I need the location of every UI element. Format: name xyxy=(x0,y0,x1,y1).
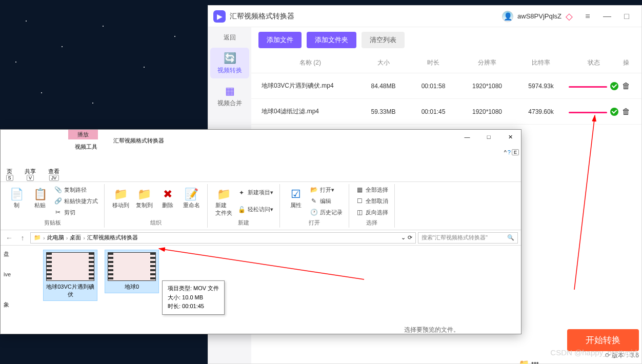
history-button[interactable]: 🕐历史记录 xyxy=(308,207,345,217)
video-thumbnail xyxy=(46,252,94,281)
file-name: 地球0 xyxy=(107,283,156,291)
address-bar[interactable]: 📁 › 此电脑 › 桌面 › 汇帮视频格式转换器 ⌄ ⟳ xyxy=(30,232,416,244)
cell-duration: 00:01:58 xyxy=(408,83,459,90)
table-header: 名称 (2) 大小 时长 分辨率 比特率 状态 操 xyxy=(251,53,641,73)
cut-button[interactable]: ✂剪切 xyxy=(52,207,100,217)
close-button[interactable]: ✕ xyxy=(499,130,521,144)
play-tab[interactable]: 播放 xyxy=(68,130,98,139)
copy-to-button[interactable]: 📁复制到 xyxy=(132,184,156,218)
ribbon-tab-view[interactable]: 查看JV xyxy=(42,166,66,177)
select-none-button[interactable]: ☐全部取消 xyxy=(353,196,390,206)
explorer-title: 汇帮视频格式转换器 xyxy=(113,137,164,145)
chevron-icon[interactable]: ^ xyxy=(504,149,507,155)
cell-resolution: 1920*1080 xyxy=(459,108,515,115)
dropdown-icon[interactable]: ⌄ xyxy=(401,234,406,241)
menu-icon[interactable]: ≡ xyxy=(578,9,597,24)
clear-list-button[interactable]: 清空列表 xyxy=(362,32,405,48)
back-button[interactable]: 返回 xyxy=(210,29,249,46)
tree-item[interactable]: 盘 xyxy=(4,249,35,259)
copy-path-button[interactable]: 📎复制路径 xyxy=(52,185,100,195)
tree-item[interactable]: ive xyxy=(4,270,35,279)
col-duration: 时长 xyxy=(408,58,459,67)
tooltip-line: 项目类型: MOV 文件 xyxy=(168,284,219,293)
cell-resolution: 1920*1080 xyxy=(459,83,515,90)
breadcrumb-item[interactable]: 此电脑 xyxy=(47,234,64,241)
avatar[interactable]: 👤 xyxy=(502,11,513,22)
video-thumbnail xyxy=(108,252,156,281)
cell-bitrate: 5974.93k xyxy=(515,83,567,90)
add-file-button[interactable]: 添加文件 xyxy=(258,32,302,48)
search-input[interactable]: 搜索"汇帮视频格式转换器" 🔍 xyxy=(418,232,518,244)
breadcrumb-item[interactable]: 汇帮视频格式转换器 xyxy=(87,234,138,241)
cell-status xyxy=(567,108,620,116)
open-button[interactable]: 📂打开 ▾ xyxy=(308,185,345,195)
cell-bitrate: 4739.60k xyxy=(515,108,567,115)
file-item[interactable]: 地球0 xyxy=(105,250,159,293)
refresh-icon[interactable]: ⟳ xyxy=(408,234,412,241)
file-tooltip: 项目类型: MOV 文件 大小: 10.0 MB 时长: 00:01:45 xyxy=(162,280,225,315)
title-bar: ▶ 汇帮视频格式转换器 👤 awS8PVjPqlsZ ◇ ≡ — □ xyxy=(208,6,641,27)
rename-button[interactable]: 📝重命名 xyxy=(179,184,203,218)
tab-merge[interactable]: ▦ 视频合并 xyxy=(210,80,249,111)
tree-item[interactable]: 象 xyxy=(4,299,35,310)
tree-panel: 盘 ive 象 xyxy=(1,246,39,350)
table-row[interactable]: 地球04滤纸过滤.mp4 59.33MB 00:01:45 1920*1080 … xyxy=(251,99,641,125)
new-item-button[interactable]: ✦新建项目 ▾ xyxy=(235,188,275,198)
paste-shortcut-button[interactable]: 🔗粘贴快捷方式 xyxy=(52,196,100,206)
properties-button[interactable]: ☑属性 xyxy=(284,184,308,218)
file-name: 地球03VC片遇到碘伏 xyxy=(46,283,95,298)
maximize-button[interactable]: □ xyxy=(617,9,636,24)
preview-message: 选择要预览的文件。 xyxy=(404,326,459,334)
cell-name: 地球03VC片遇到碘伏.mp4 xyxy=(262,82,359,90)
delete-icon[interactable]: 🗑 xyxy=(622,82,630,90)
app-icon: ▶ xyxy=(213,10,226,23)
merge-icon: ▦ xyxy=(225,85,235,97)
minimize-button[interactable]: — xyxy=(456,130,478,144)
paste-button[interactable]: 📋粘贴 xyxy=(28,184,52,218)
video-tools-label: 视频工具 xyxy=(75,143,97,151)
cell-duration: 00:01:45 xyxy=(408,108,459,115)
cell-size: 59.33MB xyxy=(359,108,408,115)
group-label: 剪贴板 xyxy=(5,218,100,228)
toolbar: 添加文件 添加文件夹 清空列表 xyxy=(251,27,641,53)
add-folder-button[interactable]: 添加文件夹 xyxy=(307,32,356,48)
delete-button[interactable]: ✖删除 xyxy=(156,184,179,218)
copy-button[interactable]: 📄制 xyxy=(5,184,28,218)
edit-button[interactable]: ✎编辑 xyxy=(308,196,345,206)
up-nav-button[interactable]: ↑ xyxy=(17,232,28,244)
tab-convert[interactable]: 🔄 视频转换 xyxy=(210,48,249,78)
table-row[interactable]: 地球03VC片遇到碘伏.mp4 84.48MB 00:01:58 1920*10… xyxy=(251,73,641,99)
tab-label: 视频合并 xyxy=(217,99,242,108)
maximize-button[interactable]: □ xyxy=(478,130,499,144)
search-icon: 🔍 xyxy=(507,234,514,241)
file-view: 地球03VC片遇到碘伏 地球0 项目类型: MOV 文件 大小: 10.0 MB… xyxy=(39,246,521,350)
username: awS8PVjPqlsZ xyxy=(517,12,561,20)
back-nav-button[interactable]: ← xyxy=(4,232,15,244)
minimize-button[interactable]: — xyxy=(597,9,617,24)
cell-size: 84.48MB xyxy=(359,83,408,90)
group-label: 新建 xyxy=(212,218,275,228)
col-resolution: 分辨率 xyxy=(459,58,515,67)
more-icon[interactable]: ••• xyxy=(531,359,539,364)
watermark: CSDN @happy_prettygirl xyxy=(550,348,637,357)
help-icon[interactable]: ? xyxy=(508,149,511,155)
ribbon-tab-share[interactable]: 共享V xyxy=(18,166,42,177)
col-name: 名称 (2) xyxy=(262,58,359,67)
move-button[interactable]: 📁移动到 xyxy=(109,184,132,218)
breadcrumb-item[interactable]: 桌面 xyxy=(70,234,81,241)
easy-access-button[interactable]: 🔓轻松访问 ▾ xyxy=(235,205,275,215)
select-all-button[interactable]: ▦全部选择 xyxy=(353,185,390,195)
invert-select-button[interactable]: ◫反向选择 xyxy=(353,207,390,217)
diamond-icon[interactable]: ◇ xyxy=(566,11,573,22)
delete-icon[interactable]: 🗑 xyxy=(622,107,630,116)
ribbon-tab-page[interactable]: 页S xyxy=(1,166,18,177)
explorer-window: 播放 视频工具 汇帮视频格式转换器 — □ ✕ ^ ? E 页S 共享V 查看J… xyxy=(0,129,521,334)
folder-icon: 📁 xyxy=(34,234,41,241)
file-item[interactable]: 地球03VC片遇到碘伏 xyxy=(43,250,97,301)
address-bar-row: ← ↑ 📁 › 此电脑 › 桌面 › 汇帮视频格式转换器 ⌄ ⟳ 搜索"汇帮视频… xyxy=(1,230,521,246)
folder-icon[interactable]: 📁 xyxy=(519,359,529,364)
new-folder-button[interactable]: 📁新建 文件夹 xyxy=(212,184,235,218)
cell-name: 地球04滤纸过滤.mp4 xyxy=(262,107,359,116)
group-label: 打开 xyxy=(284,218,345,228)
check-icon xyxy=(610,82,618,90)
